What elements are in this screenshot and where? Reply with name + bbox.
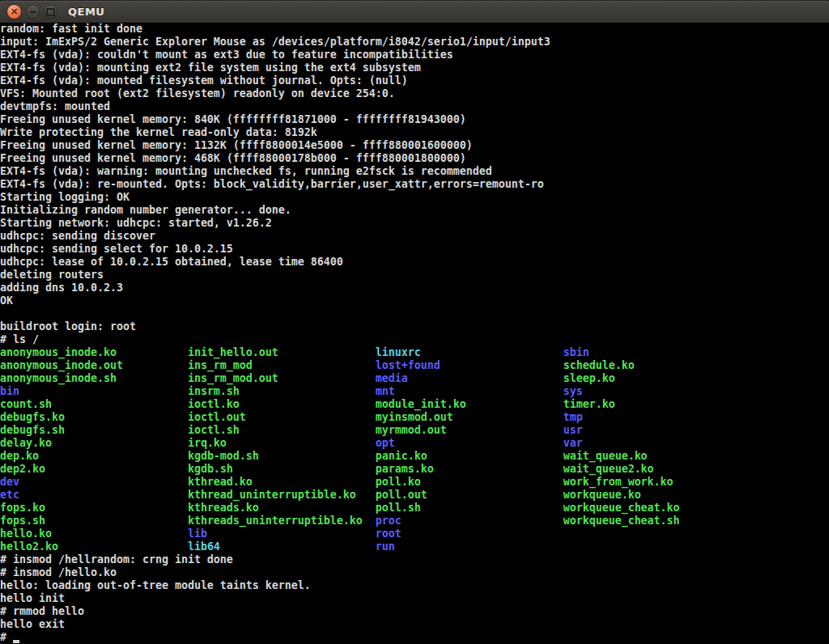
window-maximize-button[interactable] [44, 5, 57, 19]
terminal-line: Write protecting the kernel read-only da… [0, 126, 829, 139]
terminal-line: hello init [0, 592, 829, 605]
terminal-line: # rmmod hello [0, 605, 829, 618]
terminal-text: EXT4-fs (vda): warning: mounting uncheck… [0, 165, 492, 177]
terminal-text: udhcpc: lease of 10.0.2.15 obtained, lea… [0, 256, 343, 268]
terminal-text: VFS: Mounted root (ext2 filesystem) read… [0, 87, 395, 100]
file-entry: panic.ko [376, 450, 563, 462]
terminal-line: devtmpfs: mounted [0, 100, 829, 113]
file-entry: ioctl.sh [188, 424, 376, 436]
terminal-line: # ls / [0, 333, 829, 346]
terminal-line: Starting network: udhcpc: started, v1.26… [0, 217, 829, 230]
terminal-text: # ls / [0, 333, 39, 345]
file-entry: timer.ko [563, 398, 615, 410]
file-entry: var [563, 437, 583, 449]
terminal-line: Initializing random number generator... … [0, 204, 829, 217]
file-entry: anonymous_inode.sh [0, 372, 188, 384]
terminal-line: udhcpc: sending discover [0, 230, 829, 243]
terminal-text: Write protecting the kernel read-only da… [0, 126, 317, 138]
terminal-line: debugfs.ko ioctl.out myinsmod.out tmp [0, 411, 829, 424]
terminal-text: buildroot login: root [0, 320, 136, 333]
terminal-text: adding dns 10.0.2.3 [0, 282, 123, 294]
file-entry: ins_rm_mod [188, 359, 376, 371]
terminal-line: etc kthread_uninterruptible.ko poll.out … [0, 489, 829, 502]
maximize-icon [46, 8, 55, 16]
file-entry: usr [563, 424, 583, 436]
window-titlebar[interactable]: × QEMU [0, 0, 829, 23]
terminal-line: EXT4-fs (vda): mounting ext2 file system… [0, 61, 829, 74]
file-entry: schedule.ko [563, 359, 635, 371]
terminal-line: Freeing unused kernel memory: 840K (ffff… [0, 113, 829, 126]
file-entry: kthreads_uninterruptible.ko [188, 515, 376, 527]
window-close-button[interactable]: × [6, 4, 22, 19]
file-entry: dep2.ko [0, 463, 188, 475]
file-entry: hello2.ko [0, 540, 188, 553]
terminal-line: Starting logging: OK [0, 191, 829, 204]
terminal-line: dev kthread.ko poll.ko work_from_work.ko [0, 476, 829, 489]
file-entry: linuxrc [376, 346, 563, 358]
terminal-text: hello: loading out-of-tree module taints… [0, 579, 311, 591]
terminal-line: anonymous_inode.ko init_hello.out linuxr… [0, 346, 829, 359]
file-entry: sys [563, 385, 583, 397]
terminal-text: EXT4-fs (vda): re-mounted. Opts: block_v… [0, 178, 544, 190]
file-entry: fops.ko [0, 502, 188, 514]
file-entry: debugfs.ko [0, 411, 188, 423]
terminal-line: count.sh ioctl.ko module_init.ko timer.k… [0, 398, 829, 411]
terminal-text: devtmpfs: mounted [0, 100, 110, 112]
terminal-line: debugfs.sh ioctl.sh myrmmod.out usr [0, 424, 829, 437]
terminal-line: anonymous_inode.out ins_rm_mod lost+foun… [0, 359, 829, 372]
terminal-line: udhcpc: sending select for 10.0.2.15 [0, 243, 829, 256]
terminal-text: random: fast init done [0, 23, 142, 35]
terminal-line: buildroot login: root [0, 320, 829, 333]
terminal-text: Initializing random number generator... … [0, 204, 291, 216]
file-entry: irq.ko [188, 437, 376, 449]
file-entry: dep.ko [0, 450, 188, 462]
terminal-line: EXT4-fs (vda): couldn't mount as ext3 du… [0, 49, 829, 61]
terminal-line: Freeing unused kernel memory: 468K (ffff… [0, 152, 829, 165]
terminal-line: dep2.ko kgdb.sh params.ko wait_queue2.ko [0, 463, 829, 476]
file-entry: anonymous_inode.out [0, 359, 188, 371]
terminal-text: hello init [0, 592, 65, 604]
terminal-text: EXT4-fs (vda): mounting ext2 file system… [0, 61, 421, 74]
terminal-text: # insmod /hellrandom: crng init done [0, 553, 233, 566]
terminal-line: # insmod /hello.ko [0, 566, 829, 579]
file-entry: run [376, 540, 395, 553]
file-entry: count.sh [0, 398, 188, 410]
terminal-text: deleting routers [0, 269, 104, 281]
terminal-screen[interactable]: random: fast init doneinput: ImExPS/2 Ge… [0, 23, 829, 644]
file-entry: lib64 [188, 540, 376, 553]
terminal-line: # insmod /hellrandom: crng init done [0, 553, 829, 566]
file-entry: workqueue.ko [563, 489, 641, 501]
file-entry: dev [0, 476, 188, 488]
terminal-line: random: fast init done [0, 23, 829, 36]
file-entry: etc [0, 489, 188, 501]
terminal-text: # rmmod hello [0, 605, 84, 617]
window-minimize-button[interactable] [26, 5, 40, 19]
terminal-line: OK [0, 294, 829, 307]
file-entry: params.ko [376, 463, 563, 475]
terminal-text: Freeing unused kernel memory: 468K (ffff… [0, 152, 466, 164]
file-entry: wait_queue.ko [563, 450, 648, 462]
terminal-line: input: ImExPS/2 Generic Explorer Mouse a… [0, 36, 829, 49]
file-entry: work_from_work.ko [563, 476, 674, 488]
file-entry: ins_rm_mod.out [188, 372, 376, 384]
file-entry: kthread.ko [188, 476, 376, 488]
file-entry: bin [0, 385, 188, 397]
file-entry: wait_queue2.ko [563, 463, 654, 475]
file-entry: hello.ko [0, 527, 188, 540]
terminal-text: Starting network: udhcpc: started, v1.26… [0, 217, 272, 229]
terminal-text: EXT4-fs (vda): mounted filesystem withou… [0, 74, 408, 87]
file-entry: ioctl.out [188, 411, 376, 423]
terminal-text: udhcpc: sending discover [0, 230, 155, 242]
file-entry: delay.ko [0, 437, 188, 449]
file-entry: mnt [376, 385, 563, 397]
terminal-line: udhcpc: lease of 10.0.2.15 obtained, lea… [0, 256, 829, 269]
file-entry: lost+found [376, 359, 563, 371]
terminal-line: delay.ko irq.ko opt var [0, 437, 829, 450]
terminal-text: input: ImExPS/2 Generic Explorer Mouse a… [0, 36, 551, 48]
terminal-line: dep.ko kgdb-mod.sh panic.ko wait_queue.k… [0, 450, 829, 463]
terminal-text: # insmod /hello.ko [0, 566, 117, 578]
terminal-line: EXT4-fs (vda): mounted filesystem withou… [0, 74, 829, 87]
close-icon: × [10, 6, 18, 16]
terminal-line: VFS: Mounted root (ext2 filesystem) read… [0, 87, 829, 100]
terminal-text: EXT4-fs (vda): couldn't mount as ext3 du… [0, 49, 453, 61]
